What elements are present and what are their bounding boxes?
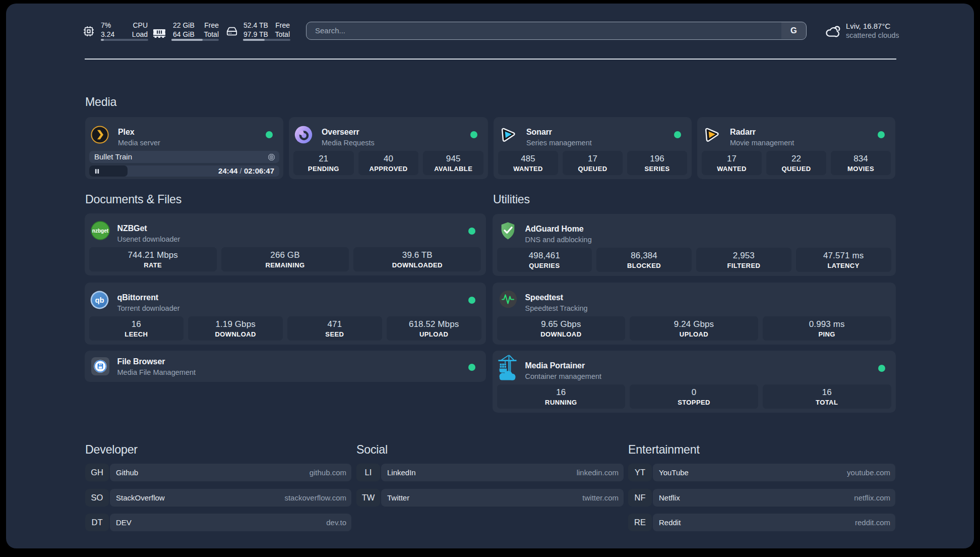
svg-text:qb: qb <box>95 296 104 304</box>
svg-text:nzbget: nzbget <box>92 228 108 234</box>
